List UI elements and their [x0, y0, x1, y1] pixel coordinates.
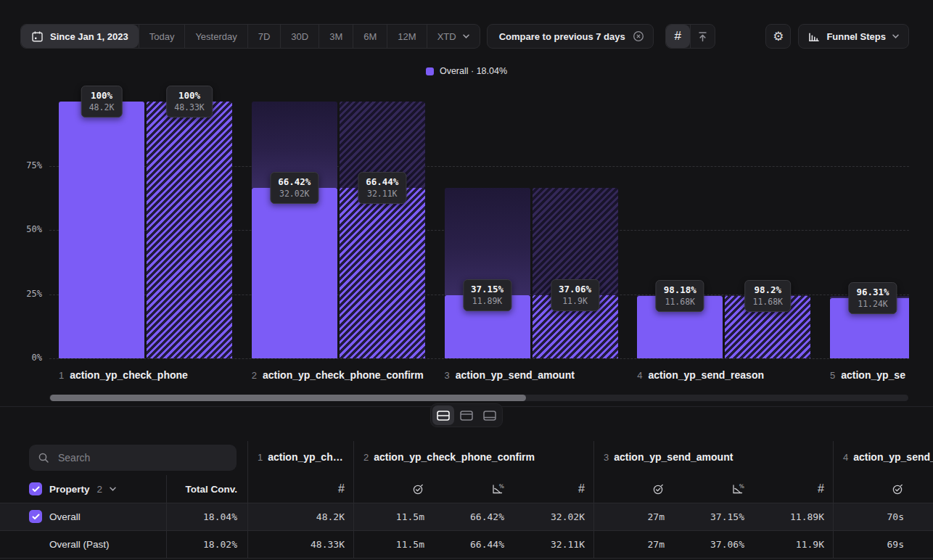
- badge-percent: 37.15%: [471, 284, 504, 295]
- bar-value-badge: 66.44%32.11K: [358, 172, 406, 204]
- property-label: Property: [49, 484, 90, 495]
- x-axis-step-label: 4action_yp_send_reason: [637, 369, 764, 381]
- funnel-bar-step1-past[interactable]: [147, 102, 232, 358]
- table-cell: 66.44%: [433, 530, 513, 558]
- step-column-header: 1action_yp_check_phone: [258, 451, 343, 463]
- badge-percent: 96.31%: [856, 287, 889, 297]
- funnel-bar-step2-past[interactable]: [340, 188, 425, 358]
- row-checkbox[interactable]: [29, 510, 42, 523]
- top-panel-view-button[interactable]: [456, 405, 477, 425]
- hash-icon[interactable]: #: [513, 475, 593, 503]
- funnel-bar-step2-current[interactable]: [252, 188, 337, 358]
- table-cell: 32.02K: [513, 503, 593, 530]
- table-cell: 27m: [593, 530, 673, 558]
- split-view-button[interactable]: [432, 405, 454, 425]
- badge-count: 11.24K: [856, 299, 889, 309]
- x-axis-step-label: 5action_yp_se: [830, 369, 905, 381]
- row-label: Overall: [49, 503, 81, 530]
- badge-count: 11.89K: [471, 296, 504, 306]
- bar-value-badge: 100%48.33K: [166, 86, 213, 118]
- badge-percent: 100%: [89, 90, 115, 101]
- badge-count: 11.68K: [664, 297, 696, 307]
- split-view-icon: [436, 410, 451, 421]
- bottom-panel-view-icon: [482, 410, 497, 421]
- bar-value-badge: 37.06%11.9K: [551, 279, 599, 311]
- funnel-chart: 75%50%25%0%100%48.2K100%48.33K1action_yp…: [0, 0, 909, 389]
- property-selector[interactable]: Property 2: [29, 475, 116, 503]
- x-axis-step-label: 3action_yp_send_amount: [445, 369, 575, 381]
- svg-text:%: %: [739, 483, 744, 490]
- total-conv-value: 18.02%: [166, 530, 247, 558]
- y-axis-tick: 25%: [10, 289, 42, 299]
- funnel-analytics-app: Since Jan 1, 2023 Today Yesterday 7D 30D…: [0, 0, 933, 560]
- breakdown-table: Property 2 Total Conv. Overall18.04%48.2…: [0, 436, 933, 560]
- conversion-rate-icon[interactable]: %: [433, 475, 513, 503]
- table-cell: 11.5m: [353, 503, 433, 530]
- x-axis-step-label: 1action_yp_check_phone: [59, 369, 188, 381]
- hash-icon[interactable]: #: [247, 475, 353, 503]
- search-box[interactable]: [29, 445, 237, 471]
- bar-value-badge: 96.31%11.24K: [848, 282, 897, 314]
- chart-scrollbar-thumb[interactable]: [50, 395, 526, 401]
- row-divider: [0, 503, 933, 503]
- table-cell: 37.15%: [673, 503, 753, 530]
- top-panel-view-icon: [459, 410, 474, 421]
- chevron-down-icon: [110, 487, 116, 491]
- table-cell: 11.9K: [753, 530, 833, 558]
- table-cell: 11.5m: [353, 530, 433, 558]
- step-column-header: 4action_yp_send_reason: [843, 451, 933, 463]
- badge-percent: 37.06%: [559, 284, 591, 295]
- table-cell: 37.06%: [673, 530, 753, 558]
- table-cell: 32.11K: [513, 530, 593, 558]
- bar-value-badge: 98.18%11.68K: [656, 280, 704, 312]
- table-cell: 27m: [593, 503, 673, 530]
- badge-count: 48.2K: [89, 102, 115, 112]
- step-column-header: 2action_yp_check_phone_confirm: [363, 451, 535, 463]
- badge-percent: 98.2%: [752, 284, 783, 295]
- y-axis-tick: 50%: [10, 224, 42, 234]
- x-axis-step-label: 2action_yp_check_phone_confirm: [252, 369, 424, 381]
- badge-percent: 98.18%: [664, 284, 696, 295]
- badge-count: 11.68K: [752, 297, 783, 307]
- badge-count: 48.33K: [174, 102, 205, 112]
- total-conv-header: Total Conv.: [166, 475, 247, 503]
- badge-percent: 100%: [174, 90, 205, 101]
- table-row[interactable]: Overall18.04%48.2K11.5m66.42%32.02K27m37…: [0, 503, 933, 530]
- badge-percent: 66.42%: [278, 176, 311, 187]
- row-label: Overall (Past): [49, 530, 110, 558]
- table-cell: 70s: [833, 503, 913, 530]
- property-count: 2: [97, 484, 103, 495]
- gridline: [49, 358, 909, 359]
- time-to-convert-icon[interactable]: [593, 475, 673, 503]
- search-input[interactable]: [57, 451, 228, 464]
- bottom-panel-view-button[interactable]: [479, 405, 501, 425]
- total-conv-value: 18.04%: [166, 503, 247, 530]
- table-cell: 66.42%: [433, 503, 513, 530]
- table-row[interactable]: Overall (Past)18.02%48.33K11.5m66.44%32.…: [0, 530, 933, 558]
- select-all-checkbox[interactable]: [29, 482, 42, 495]
- bar-value-badge: 66.42%32.02K: [270, 172, 318, 204]
- row-divider: [0, 558, 933, 559]
- table-cell: 11.89K: [753, 503, 833, 530]
- svg-text:%: %: [499, 483, 504, 490]
- badge-count: 32.11K: [366, 189, 398, 199]
- step-column-header: 3action_yp_send_amount: [604, 451, 733, 463]
- search-icon: [38, 452, 49, 464]
- bar-value-badge: 98.2%11.68K: [744, 280, 791, 312]
- conversion-rate-icon[interactable]: %: [673, 475, 753, 503]
- badge-count: 11.9K: [559, 296, 591, 306]
- y-axis-tick: 0%: [10, 353, 42, 363]
- funnel-bar-step1-current[interactable]: [59, 102, 144, 358]
- time-to-convert-icon[interactable]: [833, 475, 913, 503]
- bar-value-badge: 37.15%11.89K: [463, 279, 511, 311]
- time-to-convert-icon[interactable]: [353, 475, 433, 503]
- badge-percent: 66.44%: [366, 176, 398, 187]
- row-divider: [0, 530, 933, 531]
- table-cell: 48.33K: [247, 530, 353, 558]
- hash-icon[interactable]: #: [753, 475, 833, 503]
- column-divider: [166, 475, 167, 558]
- badge-count: 32.02K: [278, 189, 311, 199]
- table-cell: 48.2K: [247, 503, 353, 530]
- layout-toggle: [430, 403, 503, 427]
- chart-scrollbar-track[interactable]: [49, 395, 908, 401]
